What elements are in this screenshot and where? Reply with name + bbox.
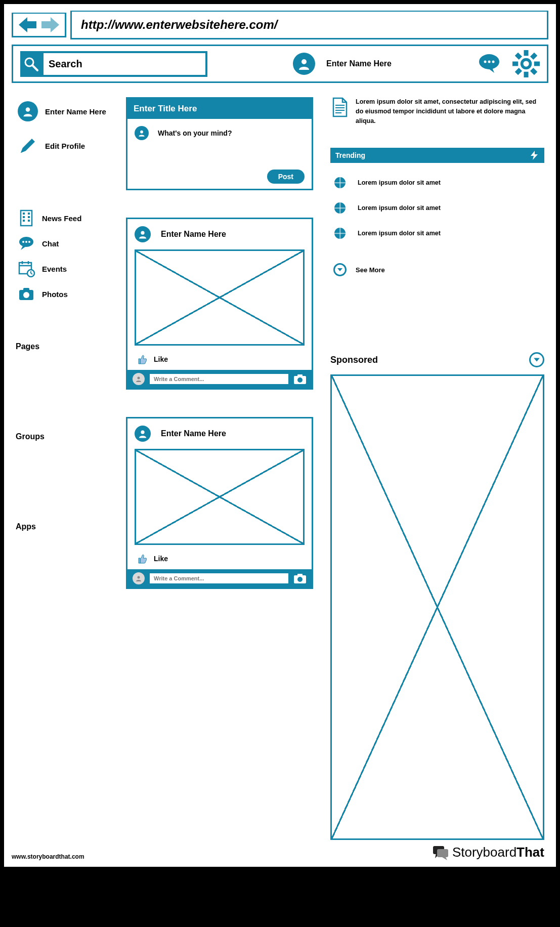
- svg-point-2: [301, 59, 307, 64]
- url-field[interactable]: http://www.enterwebsitehere.com/: [70, 11, 548, 39]
- post-button[interactable]: Post: [267, 170, 305, 184]
- svg-rect-10: [512, 62, 518, 66]
- like-row[interactable]: Like: [127, 550, 312, 569]
- footer-url: www.storyboardthat.com: [12, 853, 84, 860]
- avatar-icon: [18, 101, 38, 121]
- sidebar-item-newsfeed[interactable]: News Feed: [16, 205, 117, 231]
- nav-label: Events: [42, 265, 67, 273]
- post-author: Enter Name Here: [161, 230, 226, 239]
- building-icon: [18, 209, 35, 227]
- search-icon[interactable]: [22, 55, 39, 72]
- svg-point-38: [23, 292, 29, 298]
- compose-title: Enter Title Here: [127, 99, 312, 119]
- chat-icon: [18, 235, 35, 252]
- svg-rect-24: [28, 220, 30, 222]
- chevron-down-icon[interactable]: [529, 352, 544, 367]
- sidebar-section-pages[interactable]: Pages: [16, 342, 117, 351]
- nav-label: News Feed: [42, 214, 81, 223]
- like-label: Like: [154, 355, 168, 363]
- sidebar-edit-profile[interactable]: Edit Profile: [16, 132, 117, 160]
- avatar-icon: [135, 426, 151, 442]
- sidebar-profile[interactable]: Enter Name Here: [16, 97, 117, 125]
- svg-point-16: [523, 61, 529, 66]
- sidebar-section-apps[interactable]: Apps: [16, 522, 117, 531]
- avatar-icon: [135, 226, 151, 242]
- sponsored-title: Sponsored: [330, 355, 378, 365]
- svg-rect-37: [23, 288, 29, 291]
- pencil-icon: [18, 136, 38, 156]
- right-column: Lorem ipsum dolor sit amet, consectetur …: [322, 97, 544, 840]
- browser-url-bar: http://www.enterwebsitehere.com/: [6, 6, 554, 45]
- compose-row[interactable]: What's on your mind?: [135, 126, 305, 140]
- footer: www.storyboardthat.com StoryboardThat: [12, 845, 544, 860]
- thumbs-up-icon: [137, 354, 148, 365]
- svg-line-1: [32, 65, 37, 70]
- svg-rect-8: [524, 50, 529, 56]
- svg-point-5: [488, 61, 491, 63]
- trending-item[interactable]: Lorem ipsum dolor sit amet: [330, 202, 544, 214]
- search-input[interactable]: [44, 53, 205, 75]
- top-bar: Enter Name Here: [12, 45, 548, 83]
- svg-point-27: [25, 241, 27, 243]
- image-placeholder: [135, 249, 305, 346]
- brand-logo: StoryboardThat: [432, 845, 544, 860]
- globe-icon: [334, 177, 346, 188]
- svg-rect-14: [515, 53, 522, 60]
- camera-icon[interactable]: [293, 573, 307, 584]
- comment-input[interactable]: [150, 573, 288, 583]
- chat-bubble-icon[interactable]: [477, 52, 501, 76]
- gear-icon[interactable]: [512, 50, 540, 77]
- sidebar-item-events[interactable]: Events: [16, 256, 117, 281]
- sidebar: Enter Name Here Edit Profile News Feed: [16, 97, 117, 840]
- trending-item[interactable]: Lorem ipsum dolor sit amet: [330, 228, 544, 239]
- feed-column: Enter Title Here What's on your mind? Po…: [126, 97, 313, 840]
- post-card: Enter Name Here Like: [126, 417, 313, 589]
- forward-arrow-icon[interactable]: [39, 16, 61, 34]
- chevron-down-icon: [333, 263, 347, 276]
- svg-point-26: [22, 241, 24, 243]
- svg-point-45: [141, 431, 144, 434]
- see-more-label: See More: [356, 266, 385, 274]
- nav-label: Chat: [42, 239, 59, 248]
- svg-rect-20: [28, 213, 30, 215]
- like-label: Like: [154, 555, 168, 563]
- sidebar-profile-name: Enter Name Here: [45, 107, 106, 116]
- image-placeholder: [135, 449, 305, 545]
- avatar-icon: [133, 373, 145, 385]
- profile-pill[interactable]: Enter Name Here: [293, 53, 392, 75]
- sidebar-section-groups[interactable]: Groups: [16, 432, 117, 441]
- svg-rect-9: [524, 72, 529, 77]
- svg-point-40: [141, 231, 144, 235]
- back-arrow-icon[interactable]: [17, 16, 38, 34]
- trending-item[interactable]: Lorem ipsum dolor sit amet: [330, 177, 544, 188]
- post-card: Enter Name Here Like: [126, 218, 313, 390]
- svg-point-44: [297, 377, 303, 383]
- svg-point-39: [140, 131, 143, 134]
- svg-rect-21: [23, 216, 25, 218]
- svg-point-41: [138, 377, 140, 380]
- thumbs-up-icon: [137, 553, 148, 564]
- info-box: Lorem ipsum dolor sit amet, consectetur …: [330, 97, 544, 125]
- like-row[interactable]: Like: [127, 351, 312, 370]
- svg-rect-23: [23, 220, 25, 222]
- compose-prompt: What's on your mind?: [158, 129, 232, 137]
- see-more[interactable]: See More: [330, 263, 544, 276]
- avatar-icon: [293, 53, 315, 75]
- info-text: Lorem ipsum dolor sit amet, consectetur …: [356, 97, 544, 125]
- post-header: Enter Name Here: [127, 418, 312, 447]
- comment-input[interactable]: [150, 374, 288, 384]
- sidebar-item-chat[interactable]: Chat: [16, 231, 117, 256]
- svg-rect-19: [23, 213, 25, 215]
- svg-rect-22: [28, 216, 30, 218]
- svg-rect-11: [534, 62, 540, 66]
- lightning-icon: [529, 151, 539, 160]
- sidebar-item-photos[interactable]: Photos: [16, 281, 117, 307]
- svg-rect-15: [530, 68, 537, 75]
- svg-rect-18: [21, 210, 32, 226]
- sponsored-header: Sponsored: [330, 352, 544, 367]
- speech-bubble-icon: [432, 845, 449, 860]
- svg-point-4: [484, 61, 487, 63]
- trending-header: Trending: [330, 148, 544, 163]
- camera-icon[interactable]: [293, 373, 307, 385]
- svg-point-17: [26, 107, 30, 112]
